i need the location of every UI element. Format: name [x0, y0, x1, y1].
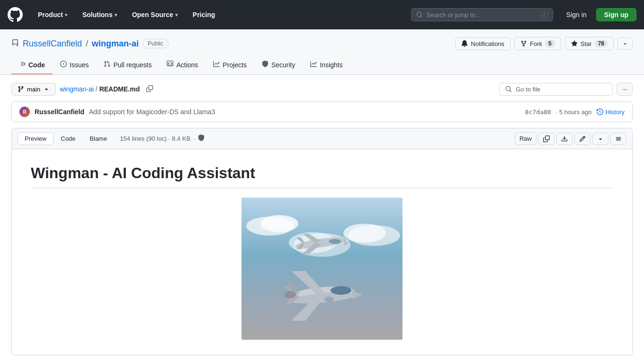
copy-path-button[interactable] [143, 84, 156, 94]
edit-button[interactable] [574, 133, 590, 145]
go-to-file-input[interactable]: Go to file [499, 83, 613, 96]
svg-point-17 [331, 286, 351, 295]
edit-icon [579, 136, 586, 142]
github-logo[interactable] [8, 7, 23, 22]
tab-pull-requests-label: Pull requests [113, 61, 152, 69]
more-options-button[interactable]: ··· [617, 82, 633, 96]
issues-icon [60, 61, 67, 69]
branch-selector[interactable]: main [11, 83, 56, 96]
tab-issues[interactable]: Issues [53, 56, 96, 74]
star-button[interactable]: Star 78 [565, 37, 614, 50]
commit-author[interactable]: RussellCanfield [35, 108, 84, 116]
readme-content: Wingman - AI Coding Assistant [12, 149, 632, 355]
bell-icon [461, 40, 468, 47]
svg-point-4 [343, 224, 386, 243]
fighter-jet-illustration [242, 198, 402, 340]
tab-security-label: Security [271, 61, 295, 69]
commit-time-value: 5 hours ago [559, 109, 592, 116]
repo-owner-link[interactable]: RussellCanfield [23, 39, 82, 49]
repo-type-icon [11, 39, 19, 48]
download-button[interactable] [556, 133, 572, 145]
notifications-label: Notifications [471, 40, 504, 47]
breadcrumb-current-file: README.md [99, 85, 140, 93]
search-icon [505, 86, 512, 92]
star-dropdown-button[interactable] [617, 37, 633, 50]
tab-code-view[interactable]: Code [54, 132, 82, 145]
outline-button[interactable] [610, 133, 626, 145]
readme-image [242, 198, 402, 340]
nav-open-source-chevron: ▾ [175, 12, 178, 18]
nav-product-label: Product [38, 11, 63, 18]
breadcrumb-repo-link[interactable]: wingman-ai [60, 85, 94, 93]
tab-pull-requests[interactable]: Pull requests [96, 56, 159, 74]
go-to-file-placeholder: Go to file [516, 86, 540, 93]
sign-up-button[interactable]: Sign up [596, 8, 636, 21]
security-info-icon[interactable] [198, 135, 205, 143]
fork-count: 5 [545, 40, 555, 47]
branch-name: main [27, 86, 40, 93]
nav-pricing[interactable]: Pricing [189, 9, 219, 20]
tab-insights[interactable]: Insights [303, 56, 350, 74]
nav-pricing-label: Pricing [193, 11, 215, 18]
nav-solutions-label: Solutions [82, 11, 113, 18]
sign-in-button[interactable]: Sign in [561, 9, 592, 21]
chevron-down-small-icon [597, 136, 604, 142]
repo-title-row: RussellCanfield / wingman-ai Public Noti… [11, 37, 633, 50]
raw-label: Raw [519, 135, 532, 142]
svg-point-9 [329, 239, 341, 244]
fork-icon [520, 40, 527, 47]
commit-sha[interactable]: 8c7da80 [525, 109, 551, 116]
tab-projects-label: Projects [223, 61, 247, 69]
star-count: 78 [595, 40, 608, 47]
commit-time: · 5 hours ago [556, 109, 592, 116]
nav-product[interactable]: Product ▾ [34, 9, 71, 20]
star-label: Star [581, 40, 592, 47]
breadcrumb: wingman-ai / README.md [60, 85, 140, 93]
nav-open-source[interactable]: Open Source ▾ [128, 9, 181, 20]
go-to-file-wrap: Go to file ··· [499, 82, 633, 96]
raw-button[interactable]: Raw [515, 132, 537, 145]
tab-actions-label: Actions [176, 61, 198, 69]
projects-icon [213, 61, 220, 69]
more-file-options-button[interactable] [592, 133, 608, 145]
nav-solutions-chevron: ▾ [115, 12, 117, 18]
code-icon [19, 61, 26, 69]
nav-auth-actions: Sign in Sign up [561, 8, 636, 21]
copy-icon [146, 85, 153, 92]
file-meta-text: 154 lines (90 loc) · 8.4 KB [120, 135, 190, 142]
search-input[interactable] [427, 11, 537, 18]
tab-blame[interactable]: Blame [82, 132, 114, 145]
breadcrumb-separator: / [96, 85, 98, 93]
repo-name-link[interactable]: wingman-ai [92, 39, 139, 49]
repo-actions: Notifications Fork 5 Star 78 [455, 37, 633, 50]
file-view-actions: Raw [515, 132, 626, 145]
repo-header: RussellCanfield / wingman-ai Public Noti… [0, 29, 644, 75]
meta-separator: · [193, 135, 195, 142]
tab-security[interactable]: Security [254, 56, 303, 74]
search-icon [416, 11, 423, 18]
repo-visibility-badge: Public [143, 39, 169, 48]
search-bar[interactable]: / [411, 8, 553, 21]
chevron-down-icon [622, 40, 628, 47]
download-icon [561, 136, 568, 142]
history-button[interactable]: History [597, 109, 625, 116]
top-navigation: Product ▾ Solutions ▾ Open Source ▾ Pric… [0, 0, 644, 29]
tab-actions[interactable]: Actions [159, 56, 206, 74]
tab-issues-label: Issues [70, 61, 89, 69]
list-unordered-icon [615, 136, 622, 142]
tab-code[interactable]: Code [11, 56, 53, 74]
fork-button[interactable]: Fork 5 [514, 37, 561, 50]
tab-insights-label: Insights [320, 61, 342, 69]
notifications-button[interactable]: Notifications [455, 37, 510, 50]
copy-raw-button[interactable] [538, 133, 555, 145]
repo-tabs: Code Issues Pull requests [11, 56, 633, 74]
nav-open-source-label: Open Source [132, 11, 173, 18]
history-icon [597, 109, 603, 115]
history-label: History [606, 109, 625, 116]
tab-preview[interactable]: Preview [18, 132, 54, 145]
fork-label: Fork [530, 40, 542, 47]
view-tabs-bar: Preview Code Blame 154 lines (90 loc) · … [11, 128, 633, 355]
tab-projects[interactable]: Projects [206, 56, 254, 74]
commit-message: Add support for Magicoder-DS and Llama3 [89, 108, 520, 116]
nav-solutions[interactable]: Solutions ▾ [79, 9, 121, 20]
